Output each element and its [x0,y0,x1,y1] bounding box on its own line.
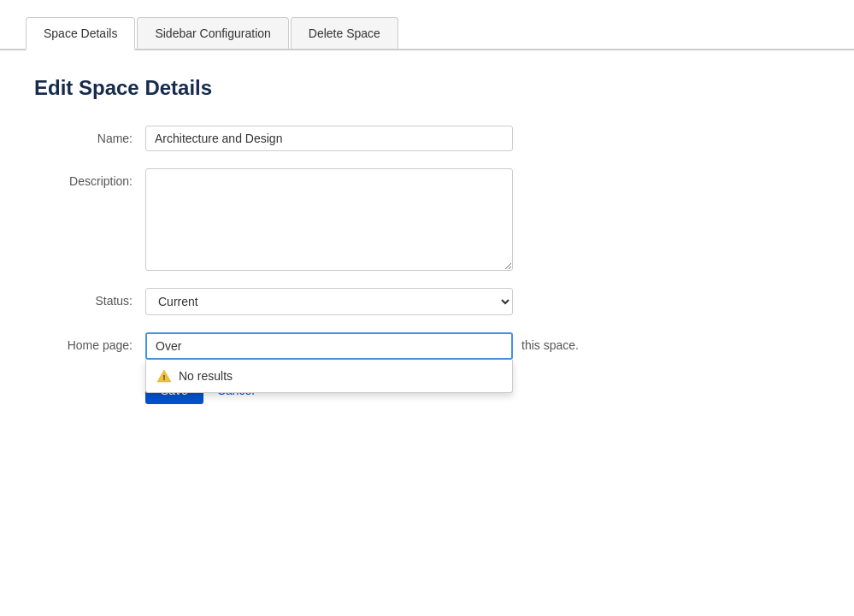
status-label: Status: [34,288,145,308]
tab-delete-space[interactable]: Delete Space [291,17,398,49]
homepage-dropdown: ! No results [145,360,513,393]
name-row: Name: [34,126,633,151]
description-row: Description: [34,168,633,271]
tab-space-details[interactable]: Space Details [26,17,135,50]
status-row: Status: Current Archived [34,288,633,315]
no-results-text: No results [179,369,233,383]
page-title: Edit Space Details [34,76,820,100]
homepage-row: Home page: ! No results [34,332,633,360]
warning-icon: ! [156,368,172,384]
homepage-input[interactable] [145,332,513,360]
description-label: Description: [34,168,145,188]
description-input[interactable] [145,168,513,271]
name-label: Name: [34,126,145,145]
edit-space-form: Name: Description: Status: Current Archi… [34,126,633,404]
homepage-wrapper: ! No results [145,332,513,360]
no-results-item: ! No results [146,360,512,392]
svg-text:!: ! [163,373,166,382]
status-select[interactable]: Current Archived [145,288,513,315]
tabs-bar: Space Details Sidebar Configuration Dele… [0,0,854,50]
name-input[interactable] [145,126,513,151]
homepage-label: Home page: [34,332,145,352]
tab-sidebar-configuration[interactable]: Sidebar Configuration [137,17,288,49]
homepage-hint: this space. [513,332,579,352]
main-content: Edit Space Details Name: Description: St… [0,50,854,430]
